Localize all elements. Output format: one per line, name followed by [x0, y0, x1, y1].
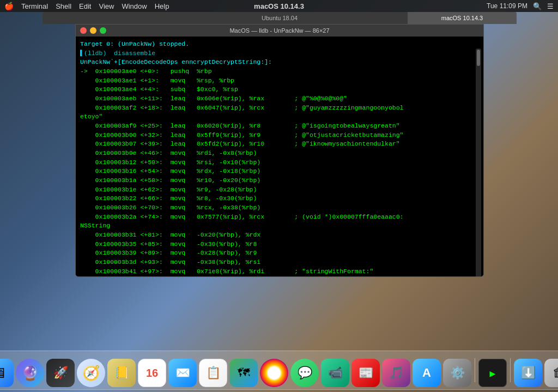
- terminal-line-26: 0x100003b41 <+97>: movq 0x71e8(%rip), %r…: [80, 268, 373, 275]
- dock-reminders[interactable]: 📋: [199, 359, 227, 387]
- terminal-titlebar: MacOS — lldb - UnPackNw — 86×27: [76, 25, 483, 37]
- dock: 🖥 🔮 🚀 🧭 📒 16 ✉️ 📋 🗺: [0, 351, 558, 390]
- terminal-line-2: ▌(lldb) disassemble: [80, 50, 155, 57]
- dock-mail[interactable]: ✉️: [168, 359, 197, 387]
- terminal-line-5: 0x100003ae1 <+1>: movq %rsp, %rbp: [80, 77, 234, 84]
- terminal-line-10: 0x100003af9 <+25>: leaq 0x6020(%rip), %r…: [80, 122, 400, 129]
- tab-bar: Ubuntu 18.04 macOS 10.14.3: [43, 12, 517, 24]
- traffic-lights: [80, 27, 106, 34]
- dock-news[interactable]: 📰: [351, 359, 380, 387]
- terminal-content[interactable]: Target 0: (UnPackNw) stopped. ▌(lldb) di…: [76, 37, 483, 276]
- menubar-window[interactable]: Window: [122, 2, 147, 10]
- menubar-shell[interactable]: Shell: [56, 2, 71, 10]
- terminal-line-8: 0x100003af2 <+18>: leaq 0x6047(%rip), %r…: [80, 104, 404, 111]
- dock-appstore[interactable]: A: [413, 359, 441, 387]
- terminal-line-9: etoyo": [80, 113, 102, 120]
- dock-trash[interactable]: 🗑: [544, 359, 558, 387]
- terminal-title: MacOS — lldb - UnPackNw — 86×27: [229, 27, 329, 34]
- terminal-line-13: 0x100003b0e <+46>: movq %rdi, -0x8(%rbp): [80, 149, 257, 156]
- dock-divider-2: [510, 358, 511, 382]
- terminal-line-24: 0x100003b39 <+89>: movq -0x28(%rbp), %r9: [80, 249, 257, 256]
- close-button[interactable]: [80, 27, 87, 34]
- terminal-line-25: 0x100003b3d <+93>: movq -0x38(%rbp), %rs…: [80, 258, 260, 266]
- terminal-line-15: 0x100003b16 <+54>: movq %rdx, -0x18(%rbp…: [80, 167, 260, 174]
- minimize-button[interactable]: [90, 27, 96, 34]
- menubar-time: Tue 11:09 PM: [487, 2, 527, 10]
- menubar-terminal[interactable]: Terminal: [21, 2, 48, 10]
- dock-siri[interactable]: 🔮: [16, 359, 44, 387]
- dock-photos[interactable]: ph: [260, 359, 288, 387]
- dock-launchpad[interactable]: 🚀: [46, 359, 75, 387]
- terminal-line-12: 0x100003b07 <+39>: leaq 0x5fd2(%rip), %r…: [80, 140, 400, 147]
- dock-music[interactable]: 🎵: [382, 359, 410, 387]
- terminal-line-18: 0x100003b22 <+66>: movq %r8, -0x30(%rbp): [80, 195, 257, 202]
- dock-divider-1: [475, 358, 475, 382]
- terminal-line-22: 0x100003b31 <+81>: movq -0x20(%rbp), %rd…: [80, 231, 260, 238]
- list-icon[interactable]: ☰: [547, 2, 554, 10]
- dock-systemprefs[interactable]: ⚙️: [443, 359, 471, 387]
- terminal-line-19: 0x100003b26 <+70>: movq %rcx, -0x38(%rbp…: [80, 204, 260, 211]
- search-icon[interactable]: 🔍: [533, 2, 542, 10]
- dock-notes[interactable]: 📒: [107, 359, 136, 387]
- dock-messages[interactable]: 💬: [290, 359, 319, 387]
- terminal-line-16: 0x100003b1a <+58>: movq %r10, -0x20(%rbp…: [80, 177, 260, 184]
- maximize-button[interactable]: [100, 27, 106, 34]
- terminal-line-14: 0x100003b12 <+50>: movq %rsi, -0x10(%rbp…: [80, 159, 260, 166]
- dock-safari[interactable]: 🧭: [77, 359, 105, 387]
- terminal-body: Target 0: (UnPackNw) stopped. ▌(lldb) di…: [76, 37, 483, 276]
- terminal-line-3: UnPackNw`+[EncodeDecodeOps enncryptDecry…: [80, 58, 272, 65]
- dock-facetime[interactable]: 📹: [321, 359, 349, 387]
- desktop: 🍎 Terminal Shell Edit View Window Help m…: [0, 0, 558, 392]
- terminal-line-11: 0x100003b00 <+32>: leaq 0x5ff9(%rip), %r…: [80, 131, 404, 138]
- menubar-right: Tue 11:09 PM 🔍 ☰: [487, 2, 554, 10]
- terminal-window: MacOS — lldb - UnPackNw — 86×27 Target 0…: [75, 24, 484, 277]
- dock-maps[interactable]: 🗺: [229, 359, 258, 387]
- tab-macos[interactable]: macOS 10.14.3: [408, 12, 517, 24]
- dock-finder[interactable]: 🖥: [0, 359, 14, 387]
- terminal-line-7: 0x100003aeb <+11>: leaq 0x606e(%rip), %r…: [80, 95, 347, 102]
- menubar-os-title: macOS 10.14.3: [254, 2, 304, 10]
- system-menubar: 🍎 Terminal Shell Edit View Window Help m…: [0, 0, 558, 12]
- menubar-left: 🍎 Terminal Shell Edit View Window Help: [4, 2, 169, 10]
- terminal-line-20: 0x100003b2a <+74>: movq 0x7577(%rip), %r…: [80, 213, 404, 220]
- menubar-edit[interactable]: Edit: [79, 2, 91, 10]
- dock-calendar[interactable]: 16: [138, 359, 166, 387]
- terminal-line-17: 0x100003b1e <+62>: movq %r9, -0x28(%rbp): [80, 186, 257, 193]
- menubar-help[interactable]: Help: [155, 2, 169, 10]
- scroll-thumb: [477, 50, 480, 66]
- apple-menu[interactable]: 🍎: [4, 2, 14, 10]
- terminal-line-23: 0x100003b35 <+85>: movq -0x30(%rbp), %r8: [80, 240, 257, 248]
- window-group: Ubuntu 18.04 macOS 10.14.3 MacOS — lldb …: [43, 12, 517, 277]
- terminal-line-6: 0x100003ae4 <+4>: subq $0xc0, %rsp: [80, 86, 238, 93]
- menubar-view[interactable]: View: [99, 2, 114, 10]
- terminal-line-4: -> 0x100003ae0 <+0>: pushq %rbp: [80, 68, 212, 75]
- terminal-line-21: NSString: [80, 222, 110, 229]
- dock-downloads[interactable]: ⬇️: [514, 359, 542, 387]
- dock-terminal[interactable]: ▶: [478, 359, 507, 387]
- scrollbar[interactable]: [476, 49, 481, 277]
- terminal-line-1: Target 0: (UnPackNw) stopped.: [80, 40, 189, 47]
